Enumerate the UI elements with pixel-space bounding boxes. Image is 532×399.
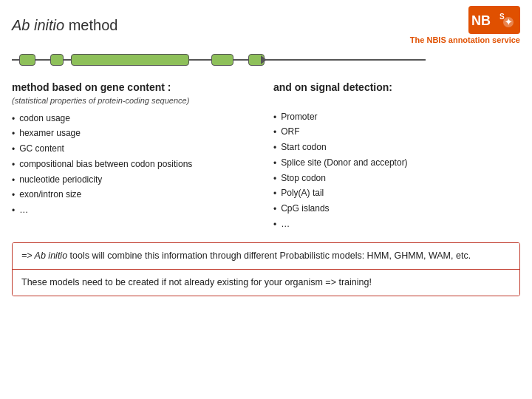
list-item: GC content bbox=[12, 142, 259, 157]
list-item: Promoter bbox=[273, 109, 520, 125]
page-title: Ab initio method bbox=[12, 17, 117, 34]
list-item: nucleotide periodicity bbox=[12, 172, 259, 188]
gene-diagram bbox=[0, 44, 532, 74]
left-column: method based on gene content : (statisti… bbox=[12, 81, 259, 232]
gene-box-small-1 bbox=[19, 54, 35, 66]
svg-text:✦: ✦ bbox=[505, 17, 512, 27]
list-item: exon/intron size bbox=[12, 188, 259, 203]
list-item: … bbox=[12, 203, 259, 219]
nbis-subtitle: The NBIS annotation service bbox=[410, 35, 520, 44]
bottom-text-2: These models need to be created if not a… bbox=[21, 277, 372, 287]
left-heading: method based on gene content : bbox=[12, 81, 259, 93]
svg-text:NB: NB bbox=[471, 13, 491, 28]
right-bullet-list: PromoterORFStart codonSplice site (Donor… bbox=[273, 109, 520, 232]
list-item: ORF bbox=[273, 125, 520, 140]
gene-box-small-2 bbox=[50, 54, 64, 66]
gene-arrow-icon bbox=[261, 55, 267, 64]
header-right: NB S ✦ The NBIS annotation service bbox=[410, 6, 520, 44]
gene-box-medium bbox=[211, 54, 233, 66]
list-item: codon usage bbox=[12, 111, 259, 126]
bottom-box: => Ab initio tools will combine this inf… bbox=[12, 242, 520, 296]
header: Ab initio method NB S ✦ The NBIS annotat… bbox=[0, 0, 532, 44]
nbis-logo-icon: NB S ✦ bbox=[468, 6, 520, 34]
list-item: … bbox=[273, 217, 520, 233]
gene-track-line bbox=[12, 56, 426, 64]
right-heading: and on signal detection: bbox=[273, 81, 520, 93]
list-item: Start codon bbox=[273, 140, 520, 156]
list-item: Stop codon bbox=[273, 171, 520, 186]
list-item: compositional bias between codon positio… bbox=[12, 157, 259, 172]
list-item: hexamer usage bbox=[12, 126, 259, 142]
left-subheading: (statistical properties of protein-codin… bbox=[12, 96, 259, 105]
left-bullet-list: codon usagehexamer usageGC contentcompos… bbox=[12, 111, 259, 219]
bottom-box-top: => Ab initio tools will combine this inf… bbox=[13, 243, 519, 270]
bottom-text-rest: tools will combine this information thro… bbox=[67, 250, 471, 261]
svg-text:S: S bbox=[499, 13, 505, 21]
gene-box-small-end bbox=[248, 54, 265, 66]
list-item: CpG islands bbox=[273, 202, 520, 217]
right-column: and on signal detection: PromoterORFStar… bbox=[273, 81, 520, 232]
bottom-box-bottom: These models need to be created if not a… bbox=[13, 270, 519, 296]
main-content: method based on gene content : (statisti… bbox=[0, 74, 532, 232]
gene-box-large bbox=[71, 54, 189, 66]
list-item: Splice site (Donor and acceptor) bbox=[273, 155, 520, 171]
list-item: Poly(A) tail bbox=[273, 186, 520, 202]
bottom-italic-text: => Ab initio bbox=[21, 250, 67, 261]
